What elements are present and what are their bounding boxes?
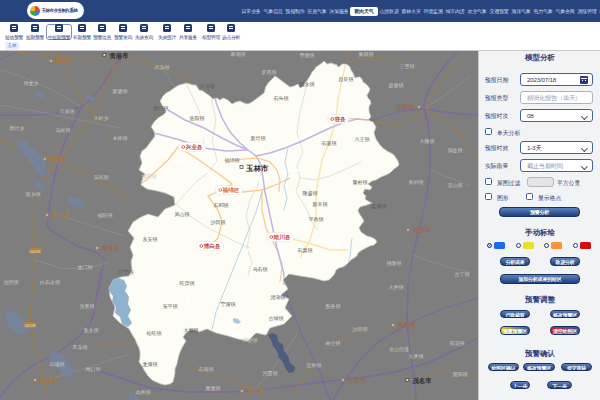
svg-text:G209: G209 <box>30 249 41 254</box>
svg-text:石寨镇: 石寨镇 <box>322 140 337 147</box>
svg-text:横州市: 横州市 <box>48 155 67 163</box>
svg-text:古城镇: 古城镇 <box>269 315 284 321</box>
svg-text:大隆镇: 大隆镇 <box>420 138 435 144</box>
svg-text:江宁镇: 江宁镇 <box>119 269 134 276</box>
svg-text:陆川县: 陆川县 <box>274 234 291 240</box>
svg-text:分界镇: 分界镇 <box>409 353 424 359</box>
svg-text:石埇镇: 石埇镇 <box>50 361 65 368</box>
svg-text:常乐镇: 常乐镇 <box>73 344 88 350</box>
svg-text:福旺镇: 福旺镇 <box>98 212 113 219</box>
svg-text:沙田镇: 沙田镇 <box>211 219 226 226</box>
svg-text:木梓镇: 木梓镇 <box>113 135 128 141</box>
svg-text:合浦县: 合浦县 <box>38 376 58 384</box>
svg-text:南乡镇: 南乡镇 <box>26 191 41 197</box>
svg-text:寺面镇: 寺面镇 <box>300 52 315 59</box>
svg-text:龙门镇: 龙门镇 <box>78 264 93 270</box>
svg-text:洛阳镇: 洛阳镇 <box>190 115 205 122</box>
svg-text:宁潭镇: 宁潭镇 <box>221 301 236 308</box>
svg-text:城隍镇: 城隍镇 <box>141 173 157 179</box>
svg-text:镇龙乡: 镇龙乡 <box>24 80 39 86</box>
svg-text:浪水镇: 浪水镇 <box>300 81 315 88</box>
svg-text:周圩乡: 周圩乡 <box>10 125 25 131</box>
svg-text:新塘镇: 新塘镇 <box>113 88 128 94</box>
svg-text:凤山镇: 凤山镇 <box>175 211 190 217</box>
svg-text:博白县: 博白县 <box>204 243 221 250</box>
svg-text:伯劳镇: 伯劳镇 <box>4 279 19 286</box>
svg-text:G209: G209 <box>25 323 36 328</box>
svg-text:贵港市: 贵港市 <box>108 52 129 60</box>
svg-text:乐民镇: 乐民镇 <box>94 174 109 180</box>
svg-text:高州市: 高州市 <box>398 321 416 329</box>
svg-text:浦北县: 浦北县 <box>101 244 121 252</box>
svg-text:廉江市: 廉江市 <box>246 387 264 395</box>
svg-text:加益镇: 加益镇 <box>448 147 463 153</box>
svg-text:三堡镇: 三堡镇 <box>400 63 415 69</box>
svg-text:福绵区: 福绵区 <box>222 187 240 194</box>
svg-text:象棋镇: 象棋镇 <box>359 51 374 57</box>
svg-text:隆盛镇: 隆盛镇 <box>303 190 318 196</box>
svg-text:清湖镇: 清湖镇 <box>271 294 286 301</box>
svg-text:荷花镇: 荷花镇 <box>450 340 465 347</box>
svg-text:平政镇: 平政镇 <box>309 216 324 222</box>
svg-text:大岭乡: 大岭乡 <box>94 115 109 121</box>
svg-text:茶山镇: 茶山镇 <box>448 182 463 188</box>
svg-text:大洋镇: 大洋镇 <box>200 83 215 90</box>
svg-text:黎村镇: 黎村镇 <box>353 179 368 186</box>
svg-text:沙田镇: 沙田镇 <box>353 326 368 333</box>
svg-text:六王镇: 六王镇 <box>355 136 370 142</box>
svg-text:茂名市: 茂名市 <box>411 377 432 385</box>
svg-text:波塘镇: 波塘镇 <box>388 82 404 89</box>
svg-text:覃塘区: 覃塘区 <box>54 57 73 65</box>
svg-text:石头镇: 石头镇 <box>274 95 289 102</box>
svg-text:古丁镇: 古丁镇 <box>455 271 470 277</box>
svg-text:林尘镇: 林尘镇 <box>325 340 341 346</box>
svg-text:石颈镇: 石颈镇 <box>199 366 214 373</box>
svg-text:盘垌镇: 盘垌镇 <box>372 203 387 209</box>
svg-text:旺茂镇: 旺茂镇 <box>180 280 195 286</box>
svg-text:新丰镇: 新丰镇 <box>313 201 328 207</box>
svg-text:白石水镇: 白石水镇 <box>40 279 60 286</box>
svg-text:福绵镇: 福绵镇 <box>225 157 240 164</box>
svg-text:东平镇: 东平镇 <box>163 303 178 309</box>
svg-text:镇隆镇: 镇隆镇 <box>387 260 402 266</box>
svg-text:观珠镇: 观珠镇 <box>453 371 468 378</box>
svg-text:张黄镇: 张黄镇 <box>80 303 95 310</box>
svg-text:信宜市: 信宜市 <box>412 226 431 234</box>
svg-text:兴业县: 兴业县 <box>185 144 203 151</box>
svg-text:雅塘镇: 雅塘镇 <box>206 385 221 392</box>
svg-text:闸口镇: 闸口镇 <box>86 366 101 373</box>
svg-text:河唇镇: 河唇镇 <box>263 370 278 377</box>
svg-text:官桥镇: 官桥镇 <box>307 362 322 368</box>
svg-text:容县: 容县 <box>333 116 346 123</box>
svg-text:石和镇: 石和镇 <box>214 202 229 209</box>
svg-text:石窝镇: 石窝镇 <box>298 247 313 254</box>
svg-text:大垌镇: 大垌镇 <box>184 327 199 333</box>
svg-text:马岭镇: 马岭镇 <box>56 127 71 133</box>
svg-text:新圩镇: 新圩镇 <box>251 135 266 141</box>
svg-text:湛江镇: 湛江镇 <box>153 105 169 112</box>
svg-text:高桥镇: 高桥镇 <box>136 389 151 395</box>
svg-text:罗秀镇: 罗秀镇 <box>262 69 277 76</box>
svg-text:云表镇: 云表镇 <box>60 108 75 114</box>
svg-text:那务镇: 那务镇 <box>326 303 341 310</box>
svg-text:泉水镇: 泉水镇 <box>84 327 99 333</box>
svg-text:岑溪市: 岑溪市 <box>395 103 414 111</box>
svg-text:和寮镇: 和寮镇 <box>243 337 258 343</box>
svg-text:大井镇: 大井镇 <box>389 284 404 290</box>
svg-text:玉林市: 玉林市 <box>245 164 269 173</box>
svg-text:化州市: 化州市 <box>347 376 366 384</box>
svg-text:朱砂镇: 朱砂镇 <box>409 179 424 185</box>
svg-text:金山街道: 金山街道 <box>389 346 409 353</box>
svg-text:永安镇: 永安镇 <box>143 236 158 242</box>
svg-text:麻垌镇: 麻垌镇 <box>231 51 246 57</box>
svg-text:松旺镇: 松旺镇 <box>147 330 162 336</box>
svg-text:乌石镇: 乌石镇 <box>253 266 268 273</box>
svg-text:灵山县: 灵山县 <box>50 211 70 219</box>
svg-text:武乐镇: 武乐镇 <box>155 64 170 70</box>
svg-text:龙潭镇: 龙潭镇 <box>143 361 158 368</box>
svg-text:自良镇: 自良镇 <box>339 76 354 82</box>
